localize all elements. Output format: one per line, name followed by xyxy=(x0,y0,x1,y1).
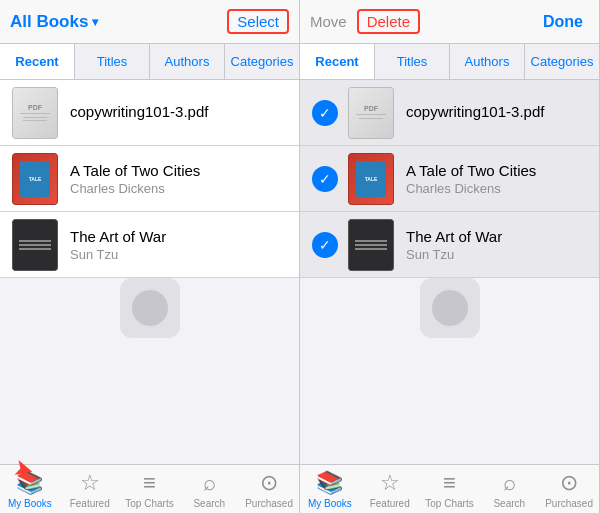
left-title: All Books ▾ xyxy=(10,12,98,32)
charts-icon: ≡ xyxy=(443,470,456,496)
tab-titles-right[interactable]: Titles xyxy=(375,44,450,79)
purchased-icon: ⊙ xyxy=(560,470,578,496)
move-button[interactable]: Move xyxy=(310,13,347,30)
list-item[interactable]: ✓ The Art of War Sun Tzu xyxy=(300,212,599,278)
book-title: The Art of War xyxy=(70,228,287,245)
star-icon: ☆ xyxy=(380,470,400,496)
list-item[interactable]: PDF copywriting101-3.pdf xyxy=(0,80,299,146)
tab-featured-left[interactable]: ☆ Featured xyxy=(60,465,120,513)
checkmark-icon: ✓ xyxy=(319,238,331,252)
list-item[interactable]: ✓ PDF copywriting101-3.pdf xyxy=(300,80,599,146)
select-circle-war[interactable]: ✓ xyxy=(312,232,338,258)
book-title: copywriting101-3.pdf xyxy=(70,103,287,120)
book-author: Sun Tzu xyxy=(70,247,287,262)
tab-titles-left[interactable]: Titles xyxy=(75,44,150,79)
tab-authors-left[interactable]: Authors xyxy=(150,44,225,79)
star-icon: ☆ xyxy=(80,470,100,496)
list-item[interactable]: TALE A Tale of Two Cities Charles Dicken… xyxy=(0,146,299,212)
book-info: copywriting101-3.pdf xyxy=(70,103,287,122)
checkmark-icon: ✓ xyxy=(319,106,331,120)
tab-search-right[interactable]: ⌕ Search xyxy=(479,465,539,513)
tab-topcharts-left[interactable]: ≡ Top Charts xyxy=(120,465,180,513)
tab-categories-left[interactable]: Categories xyxy=(225,44,299,79)
tab-label: Search xyxy=(193,498,225,509)
tab-recent-left[interactable]: Recent xyxy=(0,44,75,79)
book-cover-war xyxy=(348,219,394,271)
tab-label: Featured xyxy=(70,498,110,509)
tab-recent-right[interactable]: Recent xyxy=(300,44,375,79)
book-title: copywriting101-3.pdf xyxy=(406,103,587,120)
book-info: A Tale of Two Cities Charles Dickens xyxy=(70,162,287,196)
tab-search-left[interactable]: ⌕ Search xyxy=(179,465,239,513)
left-tab-bar: ➤ 📚 My Books ☆ Featured ≡ Top Charts ⌕ S… xyxy=(0,464,299,513)
right-panel: Move Delete Done Recent Titles Authors C… xyxy=(300,0,600,513)
book-info: copywriting101-3.pdf xyxy=(406,103,587,122)
purchased-icon: ⊙ xyxy=(260,470,278,496)
search-icon: ⌕ xyxy=(203,470,216,496)
charts-icon: ≡ xyxy=(143,470,156,496)
left-segment-bar: Recent Titles Authors Categories xyxy=(0,44,299,80)
right-book-list: ✓ PDF copywriting101-3.pdf ✓ T xyxy=(300,80,599,464)
select-button[interactable]: Select xyxy=(227,9,289,34)
book-title: A Tale of Two Cities xyxy=(406,162,587,179)
left-panel: All Books ▾ Select Recent Titles Authors… xyxy=(0,0,300,513)
tab-label: Purchased xyxy=(245,498,293,509)
delete-button[interactable]: Delete xyxy=(357,9,420,34)
tab-label: Purchased xyxy=(545,498,593,509)
tab-mybooks-right[interactable]: 📚 My Books xyxy=(300,465,360,513)
right-tab-bar: 📚 My Books ☆ Featured ≡ Top Charts ⌕ Sea… xyxy=(300,464,599,513)
list-item[interactable]: The Art of War Sun Tzu xyxy=(0,212,299,278)
tab-label: Top Charts xyxy=(425,498,473,509)
tab-label: My Books xyxy=(8,498,52,509)
book-cover-tale: TALE xyxy=(348,153,394,205)
empty-area xyxy=(0,278,299,338)
left-header: All Books ▾ Select xyxy=(0,0,299,44)
book-info: A Tale of Two Cities Charles Dickens xyxy=(406,162,587,196)
book-title: The Art of War xyxy=(406,228,587,245)
book-author: Sun Tzu xyxy=(406,247,587,262)
checkmark-icon: ✓ xyxy=(319,172,331,186)
chevron-down-icon: ▾ xyxy=(92,15,98,29)
book-cover-tale: TALE xyxy=(12,153,58,205)
list-item[interactable]: ✓ TALE A Tale of Two Cities Charles Dick… xyxy=(300,146,599,212)
ghost-icon xyxy=(420,278,480,338)
right-segment-bar: Recent Titles Authors Categories xyxy=(300,44,599,80)
tab-purchased-left[interactable]: ⊙ Purchased xyxy=(239,465,299,513)
tab-label: Featured xyxy=(370,498,410,509)
select-circle-pdf[interactable]: ✓ xyxy=(312,100,338,126)
book-cover-pdf: PDF xyxy=(12,87,58,139)
tab-topcharts-right[interactable]: ≡ Top Charts xyxy=(420,465,480,513)
done-button[interactable]: Done xyxy=(537,9,589,35)
tab-authors-right[interactable]: Authors xyxy=(450,44,525,79)
empty-area xyxy=(300,278,599,338)
book-author: Charles Dickens xyxy=(70,181,287,196)
select-circle-tale[interactable]: ✓ xyxy=(312,166,338,192)
tab-label: Top Charts xyxy=(125,498,173,509)
search-icon: ⌕ xyxy=(503,470,516,496)
book-cover-pdf: PDF xyxy=(348,87,394,139)
all-books-label: All Books xyxy=(10,12,88,32)
book-cover-war xyxy=(12,219,58,271)
ghost-icon xyxy=(120,278,180,338)
book-info: The Art of War Sun Tzu xyxy=(70,228,287,262)
tab-label: Search xyxy=(493,498,525,509)
tab-featured-right[interactable]: ☆ Featured xyxy=(360,465,420,513)
tab-categories-right[interactable]: Categories xyxy=(525,44,599,79)
right-header: Move Delete Done xyxy=(300,0,599,44)
header-left-actions: Move Delete xyxy=(310,9,420,34)
books-icon: 📚 xyxy=(316,470,343,496)
tab-label: My Books xyxy=(308,498,352,509)
book-title: A Tale of Two Cities xyxy=(70,162,287,179)
tab-purchased-right[interactable]: ⊙ Purchased xyxy=(539,465,599,513)
book-author: Charles Dickens xyxy=(406,181,587,196)
left-book-list: PDF copywriting101-3.pdf TALE A xyxy=(0,80,299,464)
book-info: The Art of War Sun Tzu xyxy=(406,228,587,262)
